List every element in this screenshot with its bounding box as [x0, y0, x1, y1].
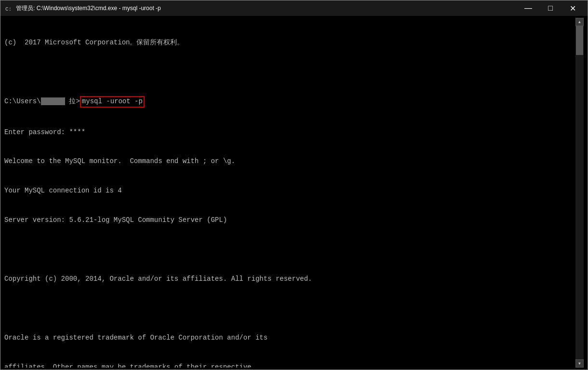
terminal-output: (c) 2017 Microsoft Corporation。保留所有权利。 C… — [4, 18, 575, 368]
line-path-command: C:\Users\ 拉>mysql -uroot -p — [4, 96, 575, 108]
line-copyright2: Copyright (c) 2000, 2014, Oracle and/or … — [4, 274, 575, 284]
line-blank3 — [4, 303, 575, 313]
scrollbar-down-arrow[interactable]: ▼ — [575, 359, 584, 368]
scrollbar-up-arrow[interactable]: ▲ — [575, 18, 584, 26]
terminal-area[interactable]: (c) 2017 Microsoft Corporation。保留所有权利。 C… — [0, 16, 588, 370]
scrollbar-thumb[interactable] — [576, 26, 583, 55]
line-oracle1: Oracle is a registered trademark of Orac… — [4, 333, 575, 343]
scrollbar[interactable]: ▲ ▼ — [575, 18, 584, 368]
line-oracle2: affiliates. Other names may be trademark… — [4, 362, 575, 368]
title-bar-text: 管理员: C:\Windows\system32\cmd.exe - mysql… — [16, 4, 517, 13]
close-button[interactable]: ✕ — [561, 0, 584, 16]
cmd-window: C: 管理员: C:\Windows\system32\cmd.exe - my… — [0, 0, 588, 370]
command-highlight-1: mysql -uroot -p — [80, 96, 145, 108]
cmd-icon: C: — [4, 4, 13, 13]
minimize-button[interactable]: — — [517, 0, 539, 16]
path-suffix: 拉> — [65, 97, 80, 105]
scrollbar-track[interactable] — [575, 26, 584, 359]
line-connection-id: Your MySQL connection id is 4 — [4, 186, 575, 195]
line-blank1 — [4, 67, 575, 76]
title-bar-controls: — □ ✕ — [517, 0, 584, 16]
line-server-version: Server version: 5.6.21-log MySQL Communi… — [4, 215, 575, 225]
line-copyright: (c) 2017 Microsoft Corporation。保留所有权利。 — [4, 38, 575, 47]
line-blank2 — [4, 245, 575, 254]
path-censor — [41, 97, 65, 105]
line-welcome: Welcome to the MySQL monitor. Commands e… — [4, 156, 575, 166]
title-bar: C: 管理员: C:\Windows\system32\cmd.exe - my… — [0, 0, 588, 16]
svg-text:C:: C: — [5, 6, 12, 12]
line-enter-password: Enter password: **** — [4, 127, 575, 137]
path-prefix: C:\Users\ — [4, 97, 41, 105]
maximize-button[interactable]: □ — [539, 0, 561, 16]
